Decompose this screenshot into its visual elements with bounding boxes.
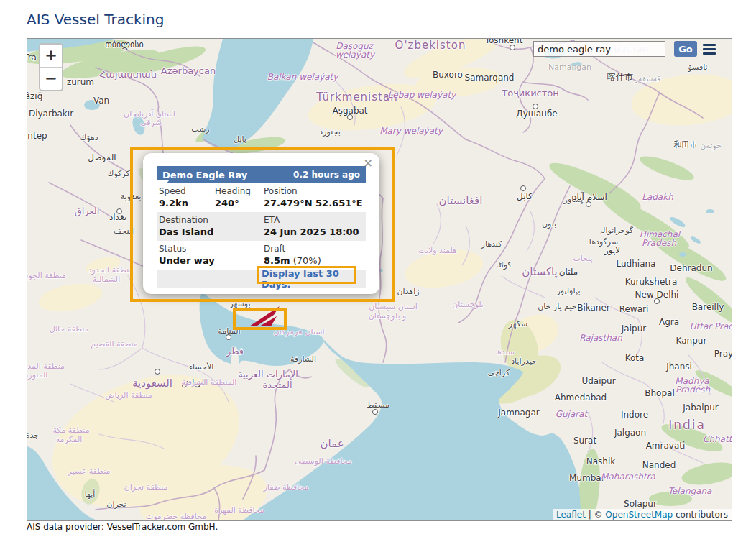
- capital-city-dot: [586, 201, 591, 207]
- map-geography: [27, 39, 732, 520]
- capital-city-dot: [533, 104, 538, 109]
- search-bar: Go: [533, 41, 716, 57]
- zoom-control: + −: [39, 43, 63, 91]
- capital-city-dot: [372, 409, 378, 415]
- popup-row-history: Display last 30 Days.: [157, 270, 366, 288]
- capital-city-dot: [520, 185, 526, 191]
- status-label: Status: [159, 243, 262, 254]
- vessel-popup: × Demo Eagle Ray 0.2 hours ago Speed 9.2…: [143, 153, 379, 294]
- ais-vessel-tracking-page: AIS Vessel Tracking: [0, 0, 756, 542]
- zoom-out-button[interactable]: −: [40, 68, 62, 90]
- capital-city-dot: [155, 369, 160, 375]
- draft-label: Draft: [264, 243, 321, 254]
- openstreetmap-link[interactable]: OpenStreetMap: [605, 510, 673, 520]
- popup-row-destination-eta: Destination Das Island ETA 24 Jun 2025 1…: [157, 212, 366, 241]
- heading-label: Heading: [215, 185, 262, 197]
- hamburger-menu-icon[interactable]: [703, 42, 716, 57]
- leaflet-link[interactable]: Leaflet: [556, 510, 586, 520]
- capital-city-dot: [226, 334, 231, 340]
- go-button[interactable]: Go: [674, 41, 697, 57]
- data-provider-note: AIS data provider: VesselTracker.com Gmb…: [27, 522, 218, 532]
- heading-value: 240°: [215, 197, 262, 209]
- destination-value: Das Island: [159, 226, 262, 238]
- status-value: Under way: [159, 254, 262, 267]
- capital-city-dot: [347, 114, 353, 120]
- last-report-time: 0.2 hours ago: [293, 170, 360, 180]
- capital-city-dot: [654, 298, 660, 304]
- popup-content: Demo Eagle Ray 0.2 hours ago Speed 9.2kn…: [157, 166, 366, 288]
- draft-percent: (70%): [290, 255, 321, 266]
- zoom-in-button[interactable]: +: [40, 45, 62, 68]
- speed-value: 9.2kn: [159, 197, 213, 209]
- popup-row-status-draft: Status Under way Draft 8.5m (70%): [157, 241, 366, 270]
- popup-close-icon[interactable]: ×: [364, 158, 373, 168]
- popup-row-speed-heading-position: Speed 9.2kn Heading 240° Position 27.479…: [157, 183, 366, 212]
- vessel-name: Demo Eagle Ray: [162, 170, 247, 180]
- draft-value: 8.5m: [264, 255, 290, 266]
- vessel-marker-icon[interactable]: [249, 306, 280, 329]
- map-canvas[interactable]: თბილისიTraՀայաստանAzərbaycanzurumVanâzığ…: [27, 38, 732, 521]
- eta-label: ETA: [264, 214, 359, 226]
- popup-tip: [154, 180, 170, 189]
- display-last-30-days-link[interactable]: Display last 30 Days.: [262, 268, 366, 290]
- popup-header: Demo Eagle Ray 0.2 hours ago: [157, 166, 366, 183]
- position-label: Position: [264, 185, 363, 197]
- attribution-separator: | ©: [586, 510, 606, 520]
- position-value: 27.479°N 52.651°E: [264, 197, 363, 209]
- search-input[interactable]: [533, 41, 665, 57]
- capital-city-dot: [510, 45, 515, 50]
- page-title: AIS Vessel Tracking: [27, 11, 164, 28]
- capital-city-dot: [116, 208, 122, 214]
- attribution-suffix: contributors: [673, 510, 728, 520]
- map-attribution: Leaflet | © OpenStreetMap contributors: [553, 509, 732, 520]
- eta-value: 24 Jun 2025 18:00: [264, 226, 359, 238]
- destination-label: Destination: [159, 214, 262, 226]
